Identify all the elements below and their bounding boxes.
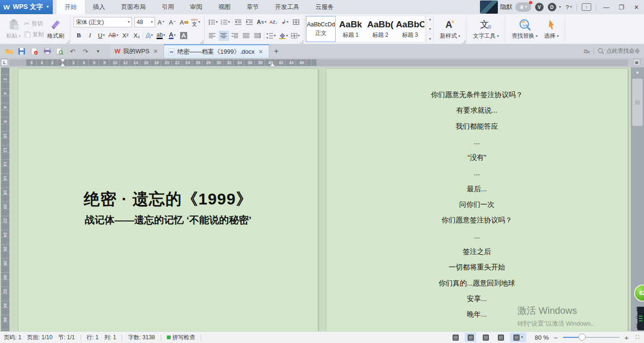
format-painter-button[interactable]: 格式刷 [44,17,67,41]
styles-scroll-down[interactable]: ▼ [427,24,433,34]
strikethrough-button[interactable]: AB▾ [107,30,119,41]
bullet-list-button[interactable]: ▾ [207,17,219,27]
document-page-1[interactable]: 绝密 · 遗忘的《1999》 战记体——遗忘的记忆 ‘不能说的秘密’ [18,68,318,331]
font-size-select[interactable]: 48▾ [134,17,155,27]
status-word-count[interactable]: 字数: 3138 [128,334,155,342]
doc-tab-current[interactable]: W 绝密——档案《1999》.docx ✕ [164,44,269,58]
doc-tab-home[interactable]: W 我的WPS ✕ [110,44,164,58]
redo-icon[interactable]: ↷ [81,47,90,56]
restore-button[interactable]: ❐ [614,0,629,14]
skin-thumbnail[interactable] [480,0,498,14]
find-replace-button[interactable]: ab↳ac 查找替换▾ [508,17,541,41]
show-marks-button[interactable]: ↲▾ [280,17,290,27]
font-color-button[interactable]: A▾ [167,30,177,41]
distribute-button[interactable] [253,31,263,41]
justify-button[interactable] [241,31,252,41]
undo-icon[interactable]: ↶ [68,47,77,56]
help-button[interactable]: ?▾ [563,4,574,11]
increase-indent-button[interactable] [245,17,255,27]
first-line-indent-marker[interactable] [60,59,65,62]
ribbon-tab-1[interactable]: 插入 [85,0,113,14]
member-crown-icon[interactable]: ♛▾ [515,2,531,12]
docer-button[interactable]: D▾ [545,3,563,11]
numbered-list-button[interactable]: 123▾ [220,17,231,27]
view-mode-page-button[interactable] [465,333,476,342]
horizontal-ruler[interactable]: L ▦ 642246810121416182022242628303234363… [0,58,644,67]
tab-selector[interactable]: L [1,59,8,66]
ribbon-tab-0[interactable]: 开始 [57,0,85,14]
save-icon[interactable] [17,47,26,56]
zoom-slider-knob[interactable] [578,334,586,341]
fit-page-button[interactable]: ⛶ [634,334,641,341]
bold-button[interactable]: B [74,30,84,41]
clipboard-dialog-launcher[interactable] [66,40,69,43]
ribbon-tab-5[interactable]: 视图 [210,0,239,14]
tab-grid-button[interactable] [291,17,301,27]
align-center-button[interactable] [219,31,229,41]
wps-menu-button[interactable]: W WPS 文字 ▼ [0,0,53,14]
new-tab-button[interactable]: + [269,44,283,58]
view-mode-outline-button[interactable] [480,333,491,342]
text-tool-button[interactable]: 文⚙ 文字工具▾ [470,17,502,41]
share-screen-button[interactable]: ↑ [579,3,594,11]
select-button[interactable]: 选择▾ [541,17,562,41]
minimize-button[interactable]: — [599,0,614,14]
style-card-1[interactable]: AaBk标题 1 [336,16,365,42]
open-folder-icon[interactable] [5,47,13,56]
multi-window-icon[interactable]: ⧉▾ [584,48,590,55]
decrease-indent-button[interactable] [233,17,244,27]
view-mode-full-button[interactable] [450,333,461,342]
ribbon-tab-3[interactable]: 引用 [154,0,182,14]
scrollbar-thumb[interactable] [632,79,643,126]
style-card-2[interactable]: AaBb(标题 2 [365,16,395,42]
close-icon[interactable]: ✕ [257,49,264,55]
view-mode-read-button[interactable] [495,333,506,342]
print-icon[interactable] [43,47,51,56]
align-right-button[interactable] [230,31,240,41]
document-page-2[interactable]: 你们愿意无条件签注协议吗？有要求就说...我们都能答应...“没有”...最后.… [326,68,628,331]
character-shading-button[interactable]: A [178,30,189,41]
vertical-ruler[interactable]: 24681012141618202224262830323436 [1,67,9,331]
clear-format-button[interactable]: A [179,17,189,27]
ribbon-tab-2[interactable]: 页面布局 [113,0,154,14]
toolbar-options-icon[interactable]: ▼ [94,47,102,56]
scroll-up-arrow[interactable]: ▲ [631,68,644,76]
print-preview-icon[interactable] [56,47,64,56]
grow-font-button[interactable]: A⁺ [156,17,166,27]
text-scale-button[interactable]: A⇅▾ [256,17,267,27]
style-card-3[interactable]: AaBbC标题 3 [395,16,425,42]
font-family-select[interactable]: 宋体 (正文)▾ [74,17,132,27]
font-dialog-launcher[interactable] [200,40,203,43]
ribbon-tab-7[interactable]: 开发工具 [267,0,307,14]
style-card-0[interactable]: AaBbCcDd正文 [306,16,336,42]
ruler-toggle-icon[interactable]: ▦ [633,59,640,66]
highlight-button[interactable]: ab▾ [156,30,166,41]
hanging-indent-marker[interactable] [60,63,65,66]
align-left-button[interactable] [207,31,218,41]
close-button[interactable]: ✕ [629,0,644,14]
text-effects-button[interactable]: A▾ [144,30,155,41]
sort-button[interactable]: AZ↓ [268,17,279,27]
zoom-in-button[interactable]: + [623,334,630,342]
styles-more-button[interactable]: ▼ [427,33,433,44]
cut-button[interactable]: ✂剪切 [24,20,44,28]
copy-button[interactable]: 复制 [24,31,44,39]
line-spacing-button[interactable]: ▾ [265,31,277,41]
borders-button[interactable]: ▾ [290,31,301,41]
styles-dialog-launcher[interactable] [462,40,465,43]
zoom-out-button[interactable]: − [553,334,559,342]
spell-check-status[interactable]: 拼写检查 [167,334,195,342]
close-icon[interactable]: ✕ [152,48,159,55]
superscript-button[interactable]: X² [120,30,131,41]
ribbon-tab-6[interactable]: 章节 [239,0,267,14]
subscript-button[interactable]: X₂ [132,30,142,41]
export-pdf-icon[interactable]: P [30,47,39,56]
find-command-box[interactable]: 点此查找命令 [598,47,640,55]
new-style-button[interactable]: A✳ 新样式▾ [437,17,463,41]
paste-button[interactable]: 粘贴▾ [3,17,24,41]
eye-protection-button[interactable]: ▾ [510,333,526,342]
ribbon-tab-4[interactable]: 审阅 [182,0,210,14]
shading-bucket-button[interactable]: ▾ [278,31,289,41]
underline-button[interactable]: U▾ [96,30,107,41]
styles-scroll-up[interactable]: ▲ [427,14,433,24]
